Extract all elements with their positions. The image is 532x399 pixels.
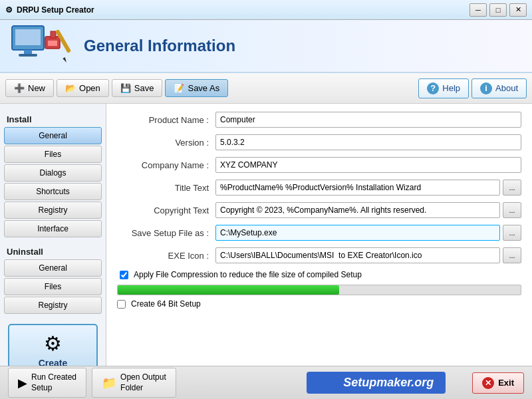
svg-rect-6: [51, 31, 56, 38]
title-text-label: Title Text: [117, 183, 215, 193]
sidebar-item-general-install[interactable]: General: [4, 127, 102, 144]
title-bar: ⚙ DRPU Setup Creator ─ □ ✕: [0, 0, 532, 20]
create-64bit-row: Create 64 Bit Setup: [117, 299, 521, 309]
save-setup-browse-button[interactable]: ...: [503, 225, 521, 241]
app-logo: [11, 23, 77, 69]
svg-marker-8: [63, 57, 67, 63]
help-icon: ?: [427, 82, 439, 94]
version-label: Version :: [117, 138, 215, 148]
run-created-setup-button[interactable]: ▶ Run CreatedSetup: [8, 368, 86, 398]
uninstall-section-label: Uninstall: [4, 244, 102, 258]
toolbar: ➕ New 📂 Open 💾 Save 📝 Save As ? Help i A…: [0, 73, 532, 104]
save-setup-label: Save Setup File as :: [117, 228, 215, 238]
progress-bar-fill: [118, 285, 339, 295]
progress-bar-container: [117, 285, 521, 295]
run-created-setup-label: Run CreatedSetup: [31, 372, 76, 393]
exe-icon-label: EXE Icon :: [117, 251, 215, 261]
save-setup-row: Save Setup File as : ...: [117, 225, 521, 241]
sidebar-item-interface[interactable]: Interface: [4, 220, 102, 237]
product-name-input[interactable]: [215, 112, 521, 128]
open-output-folder-label: Open OutputFolder: [120, 372, 166, 393]
svg-rect-1: [15, 29, 41, 45]
new-button[interactable]: ➕ New: [5, 79, 54, 97]
sidebar-item-files-uninstall[interactable]: Files: [4, 278, 102, 295]
minimize-button[interactable]: ─: [469, 3, 487, 17]
window-title: DRPU Setup Creator: [17, 5, 94, 15]
compression-checkbox[interactable]: [120, 271, 128, 279]
maximize-button[interactable]: □: [489, 3, 507, 17]
save-as-icon: 📝: [174, 83, 184, 93]
header-banner: General Information: [0, 20, 532, 73]
sidebar-item-dialogs[interactable]: Dialogs: [4, 164, 102, 182]
main-area: Install General Files Dialogs Shortcuts …: [0, 104, 532, 399]
product-name-row: Product Name :: [117, 112, 521, 128]
save-setup-input[interactable]: [215, 225, 500, 241]
compression-row: Apply File Compression to reduce the fil…: [117, 270, 521, 279]
exit-icon: ✕: [482, 377, 494, 389]
copyright-text-input[interactable]: [215, 202, 500, 218]
new-icon: ➕: [14, 83, 25, 93]
help-button[interactable]: ? Help: [418, 78, 469, 98]
page-title: General Information: [84, 37, 235, 55]
copyright-text-label: Copyright Text: [117, 205, 215, 215]
close-button[interactable]: ✕: [509, 3, 527, 17]
about-button[interactable]: i About: [471, 78, 527, 98]
svg-rect-3: [19, 54, 37, 57]
title-text-input[interactable]: [215, 180, 500, 196]
save-icon: 💾: [120, 83, 131, 93]
sidebar: Install General Files Dialogs Shortcuts …: [0, 104, 106, 399]
exe-icon-input[interactable]: [215, 247, 500, 263]
about-icon: i: [480, 82, 492, 94]
app-icon: ⚙: [5, 5, 13, 15]
exe-icon-row: EXE Icon : ...: [117, 247, 521, 263]
sidebar-item-registry-uninstall[interactable]: Registry: [4, 297, 102, 314]
create-64bit-label[interactable]: Create 64 Bit Setup: [131, 299, 201, 309]
title-text-browse-button[interactable]: ...: [503, 180, 521, 196]
sidebar-item-registry-install[interactable]: Registry: [4, 201, 102, 219]
window-controls: ─ □ ✕: [469, 3, 527, 17]
save-button[interactable]: 💾 Save: [112, 79, 163, 97]
svg-rect-2: [24, 50, 32, 54]
exit-button[interactable]: ✕ Exit: [472, 372, 524, 394]
version-input[interactable]: [215, 134, 521, 150]
company-name-input[interactable]: [215, 157, 521, 173]
save-as-button[interactable]: 📝 Save As: [165, 79, 228, 97]
setupmaker-label: Setupmaker.org: [307, 372, 446, 394]
open-icon: 📂: [65, 83, 76, 93]
create-64bit-checkbox[interactable]: [117, 300, 126, 309]
sidebar-item-shortcuts[interactable]: Shortcuts: [4, 183, 102, 200]
company-name-label: Company Name :: [117, 160, 215, 170]
folder-icon: 📁: [102, 376, 116, 390]
product-name-label: Product Name :: [117, 115, 215, 125]
open-output-folder-button[interactable]: 📁 Open OutputFolder: [92, 368, 176, 398]
exe-icon-browse-button[interactable]: ...: [503, 247, 521, 263]
bottom-bar: ▶ Run CreatedSetup 📁 Open OutputFolder S…: [0, 366, 532, 399]
compression-label[interactable]: Apply File Compression to reduce the fil…: [134, 270, 362, 279]
install-section-label: Install: [4, 112, 102, 126]
content-area: Product Name : Version : Company Name : …: [106, 104, 532, 399]
create-setup-icon: ⚙: [44, 332, 62, 355]
copyright-browse-button[interactable]: ...: [503, 202, 521, 218]
run-icon: ▶: [18, 376, 27, 390]
open-button[interactable]: 📂 Open: [57, 79, 109, 97]
copyright-text-row: Copyright Text ...: [117, 202, 521, 218]
sidebar-item-general-uninstall[interactable]: General: [4, 259, 102, 277]
title-text-row: Title Text ...: [117, 180, 521, 196]
sidebar-item-files-install[interactable]: Files: [4, 146, 102, 163]
svg-rect-5: [48, 41, 57, 46]
company-name-row: Company Name :: [117, 157, 521, 173]
version-row: Version :: [117, 134, 521, 150]
